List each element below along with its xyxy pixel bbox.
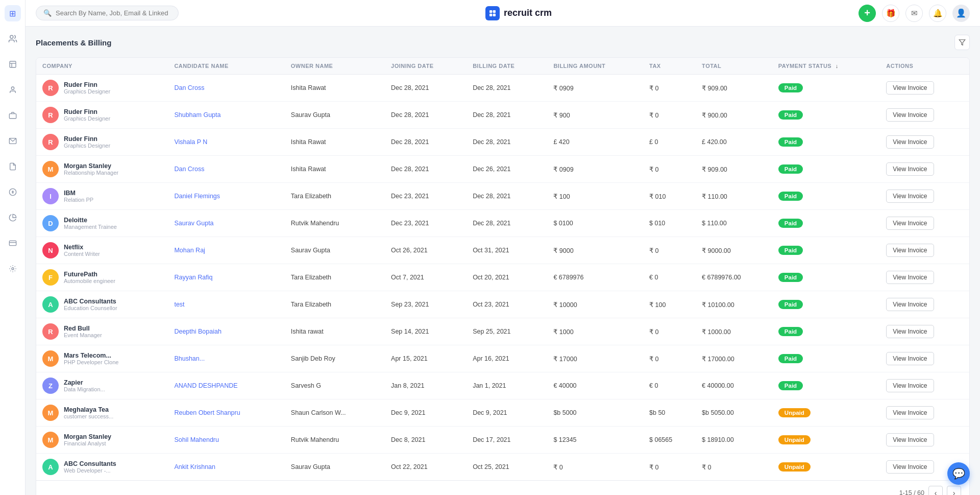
- table-body: R Ruder Finn Graphics Designer Dan Cross…: [36, 75, 969, 481]
- company-avatar-2: R: [42, 134, 59, 150]
- cell-candidate-12: Reuben Obert Shanpru: [168, 399, 284, 427]
- sidebar-icon-chart[interactable]: [5, 209, 21, 226]
- cell-company-2: R Ruder Finn Graphics Designer: [36, 129, 168, 156]
- view-invoice-button-9[interactable]: View Invoice: [886, 325, 934, 338]
- view-invoice-button-12[interactable]: View Invoice: [886, 406, 934, 419]
- user-avatar[interactable]: 👤: [952, 5, 970, 22]
- company-avatar-5: D: [42, 215, 59, 231]
- cell-total-2: £ 420.00: [696, 129, 772, 156]
- cell-company-9: R Red Bull Event Manager: [36, 318, 168, 345]
- cell-owner-2: Ishita Rawat: [285, 129, 385, 156]
- add-button[interactable]: +: [859, 5, 876, 22]
- gift-button[interactable]: 🎁: [882, 5, 899, 22]
- svg-rect-13: [493, 10, 496, 13]
- cell-owner-3: Ishita Rawat: [285, 156, 385, 183]
- bell-button[interactable]: 🔔: [929, 5, 946, 22]
- sidebar-icon-card[interactable]: [5, 235, 21, 251]
- cell-company-5: D Deloitte Management Trainee: [36, 210, 168, 237]
- view-invoice-button-11[interactable]: View Invoice: [886, 379, 934, 392]
- candidate-link-5[interactable]: Saurav Gupta: [174, 220, 213, 227]
- candidate-link-10[interactable]: Bhushan...: [174, 355, 205, 362]
- cell-status-13: Unpaid: [772, 427, 880, 454]
- candidate-link-12[interactable]: Reuben Obert Shanpru: [174, 409, 240, 416]
- next-page-button[interactable]: ›: [947, 486, 961, 495]
- cell-actions-10: View Invoice: [880, 345, 969, 372]
- candidate-link-2[interactable]: Vishala P N: [174, 138, 207, 146]
- candidate-link-11[interactable]: ANAND DESHPANDE: [174, 382, 237, 389]
- candidate-link-1[interactable]: Shubham Gupta: [174, 111, 220, 119]
- nav-actions: + 🎁 ✉ 🔔 👤: [859, 5, 970, 22]
- candidate-link-8[interactable]: test: [174, 301, 184, 308]
- company-name-2: Ruder Finn: [64, 135, 110, 143]
- col-billing: BILLING DATE: [467, 58, 547, 75]
- col-joining: JOINING DATE: [385, 58, 467, 75]
- cell-billing-date-9: Sep 25, 2021: [467, 318, 547, 345]
- sidebar-icon-grid[interactable]: ⊞: [5, 5, 21, 21]
- view-invoice-button-6[interactable]: View Invoice: [886, 244, 934, 257]
- cell-joining-7: Oct 7, 2021: [385, 264, 467, 291]
- sidebar-icon-dollar[interactable]: [5, 184, 21, 200]
- cell-status-5: Paid: [772, 210, 880, 237]
- candidate-link-0[interactable]: Dan Cross: [174, 84, 204, 91]
- candidate-link-9[interactable]: Deepthi Bopaiah: [174, 328, 221, 335]
- chat-bubble[interactable]: 💬: [947, 462, 970, 485]
- candidate-link-14[interactable]: Ankit Krishnan: [174, 463, 215, 470]
- view-invoice-button-0[interactable]: View Invoice: [886, 81, 934, 95]
- prev-page-button[interactable]: ‹: [928, 486, 943, 495]
- cell-tax-0: ₹ 0: [643, 75, 696, 102]
- email-button[interactable]: ✉: [905, 5, 923, 22]
- sidebar-icon-note[interactable]: [5, 158, 21, 175]
- search-box[interactable]: 🔍: [36, 6, 179, 20]
- status-badge-5: Paid: [778, 219, 803, 228]
- candidate-link-3[interactable]: Dan Cross: [174, 166, 204, 173]
- search-input[interactable]: [56, 9, 168, 17]
- cell-candidate-5: Saurav Gupta: [168, 210, 284, 237]
- cell-candidate-14: Ankit Krishnan: [168, 454, 284, 481]
- view-invoice-button-2[interactable]: View Invoice: [886, 135, 934, 149]
- cell-total-9: ₹ 1000.00: [696, 318, 772, 345]
- view-invoice-button-1[interactable]: View Invoice: [886, 108, 934, 122]
- view-invoice-button-13[interactable]: View Invoice: [886, 433, 934, 446]
- cell-billing-date-7: Oct 20, 2021: [467, 264, 547, 291]
- cell-status-12: Unpaid: [772, 399, 880, 427]
- candidate-link-7[interactable]: Rayyan Rafiq: [174, 274, 212, 281]
- view-invoice-button-4[interactable]: View Invoice: [886, 190, 934, 203]
- cell-actions-3: View Invoice: [880, 156, 969, 183]
- company-role-11: Data Migration...: [64, 386, 105, 392]
- sidebar-icon-contact[interactable]: [5, 82, 21, 98]
- sidebar-icon-briefcase[interactable]: [5, 107, 21, 124]
- candidate-link-4[interactable]: Daniel Flemings: [174, 193, 220, 200]
- view-invoice-button-3[interactable]: View Invoice: [886, 162, 934, 176]
- cell-joining-11: Jan 8, 2021: [385, 372, 467, 399]
- col-total: TOTAL: [696, 58, 772, 75]
- cell-candidate-7: Rayyan Rafiq: [168, 264, 284, 291]
- cell-status-0: Paid: [772, 75, 880, 102]
- view-invoice-button-8[interactable]: View Invoice: [886, 298, 934, 311]
- logo-area: recruit crm: [185, 6, 852, 20]
- sidebar-icon-mail[interactable]: [5, 133, 21, 149]
- view-invoice-button-10[interactable]: View Invoice: [886, 352, 934, 365]
- cell-owner-11: Sarvesh G: [285, 372, 385, 399]
- cell-actions-8: View Invoice: [880, 291, 969, 318]
- status-badge-2: Paid: [778, 137, 803, 147]
- view-invoice-button-14[interactable]: View Invoice: [886, 460, 934, 474]
- filter-button[interactable]: [954, 35, 970, 50]
- candidate-link-13[interactable]: Sohil Mahendru: [174, 436, 219, 443]
- view-invoice-button-7[interactable]: View Invoice: [886, 271, 934, 284]
- cell-owner-13: Rutvik Mahendru: [285, 427, 385, 454]
- company-role-5: Management Trainee: [64, 224, 117, 230]
- cell-tax-12: $b 50: [643, 399, 696, 427]
- svg-point-0: [10, 35, 13, 38]
- cell-total-0: ₹ 909.00: [696, 75, 772, 102]
- view-invoice-button-5[interactable]: View Invoice: [886, 217, 934, 230]
- table-row: R Ruder Finn Graphics Designer Dan Cross…: [36, 75, 969, 102]
- sidebar-icon-users[interactable]: [5, 31, 21, 47]
- cell-company-10: M Mars Telecom... PHP Developer Clone: [36, 345, 168, 372]
- cell-tax-5: $ 010: [643, 210, 696, 237]
- sidebar-icon-document[interactable]: [5, 56, 21, 73]
- company-role-2: Graphics Designer: [64, 143, 110, 149]
- logo-text: recruit crm: [504, 8, 552, 18]
- sidebar-icon-settings[interactable]: [5, 261, 21, 277]
- candidate-link-6[interactable]: Mohan Raj: [174, 247, 205, 254]
- col-status[interactable]: PAYMENT STATUS ↓: [772, 58, 880, 75]
